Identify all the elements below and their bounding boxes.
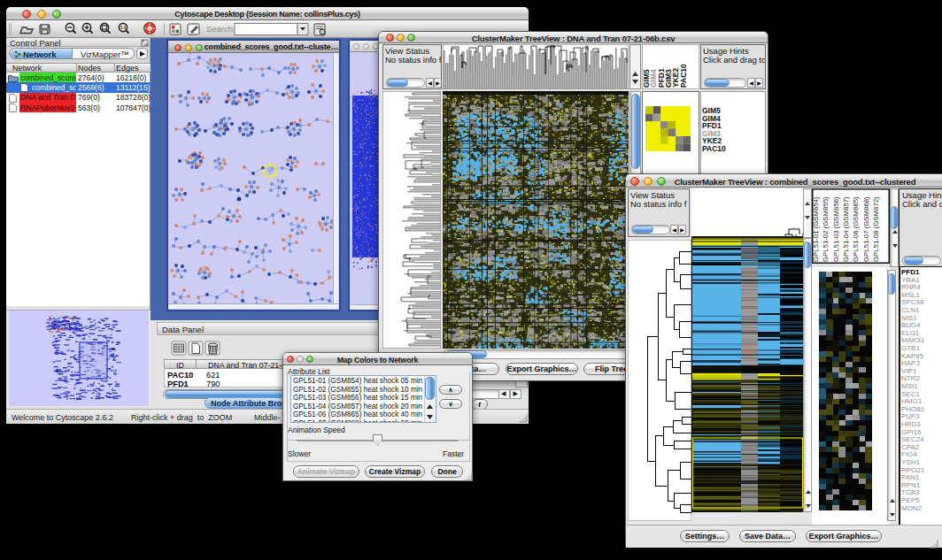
- svg-text:GPL51-03 (GSM856): GPL51-03 (GSM856): [832, 196, 840, 262]
- svg-text:GPL51-02 (GSM855): GPL51-02 (GSM855): [822, 196, 830, 262]
- svg-text:GPL51-01 (GSM854): GPL51-01 (GSM854): [812, 196, 820, 262]
- svg-text:GPL51-04 (GSM857): GPL51-04 (GSM857): [842, 196, 850, 262]
- svg-text:GPL51-06 (GSM865): GPL51-06 (GSM865): [852, 196, 860, 262]
- svg-text:GPL51-08 (GSM872): GPL51-08 (GSM872): [872, 196, 880, 262]
- svg-text:MON2: MON2: [901, 504, 923, 512]
- svg-text:GPL51-07 (GSM868): GPL51-07 (GSM868): [862, 196, 870, 262]
- svg-text:PAC10: PAC10: [679, 64, 688, 88]
- svg-text:Search:: Search:: [206, 24, 236, 34]
- svg-text:1:1: 1:1: [120, 26, 127, 30]
